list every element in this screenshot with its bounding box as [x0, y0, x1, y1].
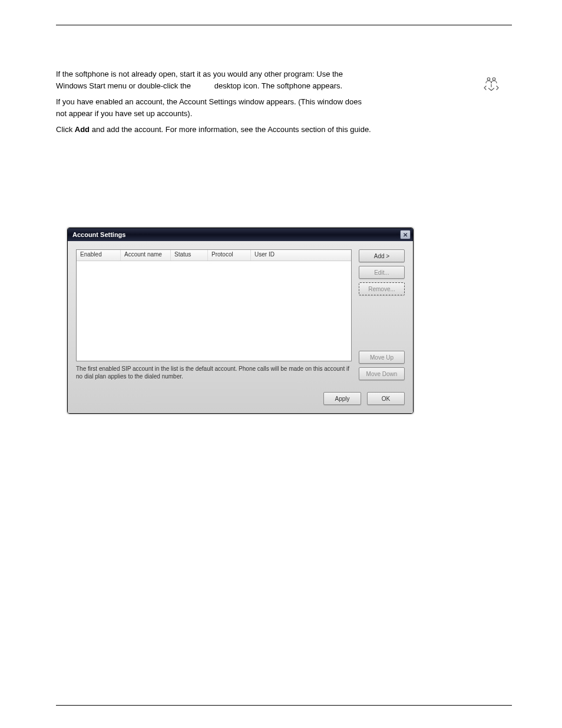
intro-line2: Windows Start menu or double-click the	[56, 81, 191, 90]
svg-point-1	[492, 78, 495, 81]
col-protocol[interactable]: Protocol	[208, 250, 251, 261]
move-down-button[interactable]: Move Down	[359, 367, 405, 380]
svg-point-0	[487, 78, 490, 81]
col-enabled[interactable]: Enabled	[77, 250, 121, 261]
ok-button[interactable]: OK	[367, 392, 405, 405]
col-user-id[interactable]: User ID	[251, 250, 351, 261]
accounts-table[interactable]: Enabled Account name Status Protocol Use…	[76, 249, 352, 361]
add-button[interactable]: Add >	[359, 249, 405, 262]
intro-para3a: Click	[56, 125, 75, 134]
table-header: Enabled Account name Status Protocol Use…	[77, 250, 351, 261]
intro-line3: desktop icon. The softphone appears.	[214, 81, 342, 90]
remove-button[interactable]: Remove...	[359, 282, 405, 295]
edit-button[interactable]: Edit...	[359, 266, 405, 279]
intro-text: If the softphone is not already open, st…	[56, 68, 512, 136]
col-account-name[interactable]: Account name	[121, 250, 171, 261]
footer-rule	[56, 705, 512, 706]
apply-button[interactable]: Apply	[323, 392, 361, 405]
close-icon: ✕	[403, 232, 408, 238]
intro-para3-add: Add	[75, 125, 90, 134]
header-rule	[56, 25, 512, 25]
intro-para2b: not appear if you have set up accounts).	[56, 109, 192, 118]
desktop-shortcut-icon	[482, 77, 500, 94]
intro-para2a: If you have enabled an account, the Acco…	[56, 97, 362, 106]
default-account-note: The first enabled SIP account in the lis…	[76, 365, 352, 380]
col-status[interactable]: Status	[171, 250, 208, 261]
dialog-title: Account Settings	[72, 231, 125, 238]
dialog-titlebar: Account Settings ✕	[68, 228, 413, 241]
intro-para3b: and add the account. For more informatio…	[90, 125, 371, 134]
close-button[interactable]: ✕	[400, 230, 411, 239]
move-up-button[interactable]: Move Up	[359, 351, 405, 364]
intro-line1: If the softphone is not already open, st…	[56, 70, 343, 78]
account-settings-dialog: Account Settings ✕ Enabled Account name …	[67, 228, 414, 414]
